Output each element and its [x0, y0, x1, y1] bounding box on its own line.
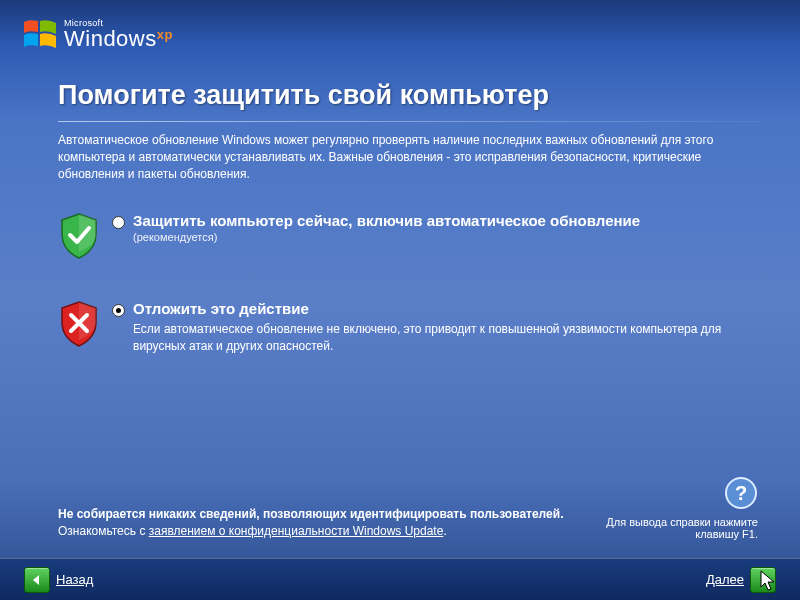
- help-hint: ? Для вывода справки нажмите клавишу F1.: [598, 476, 758, 540]
- options-group: Защитить компьютер сейчас, включив автом…: [58, 212, 750, 355]
- privacy-link[interactable]: заявлением о конфиденциальности Windows …: [149, 524, 444, 538]
- help-icon[interactable]: ?: [724, 476, 758, 510]
- option-recommended: (рекомендуется): [133, 231, 750, 243]
- intro-text: Автоматическое обновление Windows может …: [58, 132, 750, 182]
- option-description: Если автоматическое обновление не включе…: [133, 321, 750, 355]
- windows-flag-icon: [22, 18, 58, 50]
- option-protect-now[interactable]: Защитить компьютер сейчас, включив автом…: [58, 212, 750, 260]
- privacy-note: Не собирается никаких сведений, позволяю…: [58, 506, 578, 540]
- svg-text:?: ?: [735, 482, 747, 504]
- option-label: Защитить компьютер сейчас, включив автом…: [133, 212, 640, 229]
- back-label: Назад: [56, 572, 93, 587]
- arrow-left-icon: [24, 567, 50, 593]
- privacy-bold: Не собирается никаких сведений, позволяю…: [58, 507, 563, 521]
- shield-red-icon: [58, 300, 100, 348]
- radio-postpone[interactable]: [112, 304, 125, 317]
- option-label: Отложить это действие: [133, 300, 309, 317]
- windows-logo: Microsoft Windowsxp: [22, 18, 800, 50]
- next-button[interactable]: Далее: [706, 567, 776, 593]
- content: Автоматическое обновление Windows может …: [0, 122, 800, 355]
- arrow-right-icon: [750, 567, 776, 593]
- header: Microsoft Windowsxp: [0, 0, 800, 74]
- next-label: Далее: [706, 572, 744, 587]
- help-text: Для вывода справки нажмите клавишу F1.: [598, 516, 758, 540]
- nav-bar: Назад Далее: [0, 558, 800, 600]
- shield-green-icon: [58, 212, 100, 260]
- back-button[interactable]: Назад: [24, 567, 93, 593]
- option-postpone[interactable]: Отложить это действие Если автоматическо…: [58, 300, 750, 355]
- radio-protect-now[interactable]: [112, 216, 125, 229]
- product-name: Windowsxp: [64, 28, 173, 50]
- page-title: Помогите защитить свой компьютер: [0, 74, 800, 111]
